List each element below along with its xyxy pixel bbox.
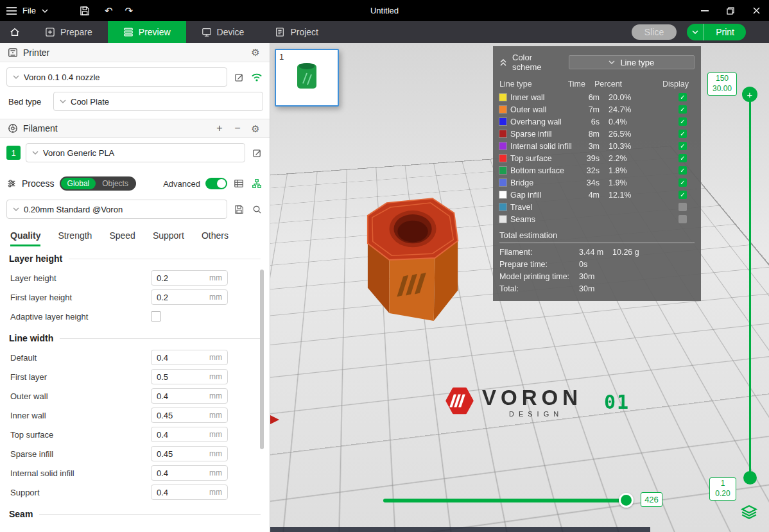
param-group-label: Line width [9,333,53,343]
model-render[interactable] [361,194,469,332]
add-filament-button[interactable]: + [213,122,226,135]
display-checkbox-inner-wall[interactable]: ✓ [678,93,687,101]
layer-height-input[interactable]: 0.2mm [151,270,228,286]
print-options-chevron-icon[interactable] [687,24,704,40]
device-icon [202,27,212,37]
bed-type-select[interactable]: Cool Plate [53,92,263,111]
display-checkbox-bridge[interactable]: ✓ [678,178,687,187]
minimize-button[interactable] [692,0,718,21]
printer-settings-button[interactable]: ⚙ [249,46,262,59]
edit-printer-icon[interactable] [232,71,245,83]
line-type-time: 32s [578,166,600,175]
process-tab-speed[interactable]: Speed [109,230,135,246]
filament-slot-badge[interactable]: 1 [6,146,21,160]
print-button[interactable]: Print [687,24,746,40]
view-mode-select[interactable]: Line type [569,55,695,69]
advanced-toggle[interactable] [205,178,227,189]
layers-view-icon[interactable] [741,504,757,520]
display-checkbox-top-surface[interactable]: ✓ [678,154,687,162]
process-tab-strength[interactable]: Strength [58,230,92,246]
param-label: Sparse infill [10,449,151,459]
plate-thumbnail[interactable]: 1 [275,49,339,107]
display-checkbox-outer-wall[interactable]: ✓ [678,105,687,114]
first-layer-height-input[interactable]: 0.2mm [151,289,228,305]
display-checkbox-overhang-wall[interactable]: ✓ [678,117,687,126]
process-preset-value: 0.20mm Standard @Voron [24,205,123,214]
first-layer-input[interactable]: 0.5mm [151,369,228,384]
adaptive-layer-height-checkbox[interactable] [151,311,161,322]
filament-icon [8,123,18,133]
printer-section-header: Printer ⚙ [0,43,270,62]
collapse-icon[interactable] [499,59,507,66]
save-preset-icon[interactable] [232,203,245,216]
bed-type-row: Bed type Cool Plate [6,92,263,111]
display-checkbox-sparse-infill[interactable]: ✓ [678,130,687,138]
printer-preset-select[interactable]: Voron 0.1 0.4 nozzle [6,67,227,87]
preview-icon [123,27,134,37]
process-tab-support[interactable]: Support [153,230,184,246]
line-type-percent: 20.0% [609,93,646,102]
tab-project[interactable]: Project [259,21,334,43]
outer-wall-input[interactable]: 0.4mm [151,388,228,404]
param-row: First layer height0.2mm [0,287,270,307]
maximize-button[interactable] [718,0,743,21]
tab-prepare[interactable]: Prepare [30,21,108,43]
param-value: 0.2 [157,273,168,283]
printer-icon [8,47,18,58]
close-button[interactable] [743,0,769,21]
viewport-3d[interactable]: 1 [270,43,769,532]
filament-preset-select[interactable]: Voron Generic PLA [26,143,245,162]
support-input[interactable]: 0.4mm [151,485,228,500]
save-icon[interactable] [80,6,90,16]
internal-solid-infill-input[interactable]: 0.4mm [151,465,228,481]
objects-settings-icon[interactable] [250,177,263,190]
remove-filament-button[interactable]: − [231,122,244,135]
filament-section-title: Filament [23,123,58,133]
display-checkbox-bottom-surface[interactable]: ✓ [678,166,687,175]
file-menu-chevron-icon[interactable] [42,9,48,13]
display-checkbox-travel[interactable] [678,203,687,211]
tab-device[interactable]: Device [186,21,260,43]
step-slider-track[interactable] [383,499,634,502]
app-window: File ↶ ↷ Untitled [0,0,769,532]
edit-filament-icon[interactable] [250,146,263,159]
menu-icon[interactable] [6,7,17,15]
chevron-down-icon [609,60,615,64]
tab-preview[interactable]: Preview [108,21,186,43]
layer-slider-track[interactable] [749,101,751,473]
home-button[interactable] [0,21,30,43]
process-tab-others[interactable]: Others [202,230,229,246]
default-input[interactable]: 0.4mm [151,350,228,365]
parameter-table-icon[interactable] [232,177,245,190]
top-surface-input[interactable]: 0.4mm [151,427,228,442]
settings-scrollbar[interactable] [260,270,264,449]
display-checkbox-internal-solid-infill[interactable]: ✓ [678,142,687,150]
redo-icon[interactable]: ↷ [125,6,134,15]
display-checkbox-seams[interactable] [678,215,687,223]
line-type-percent: 24.7% [609,105,646,114]
inner-wall-input[interactable]: 0.45mm [151,408,228,423]
param-label: Adaptive layer height [10,312,151,322]
slice-button[interactable]: Slice [632,24,677,40]
top-layer-height: 30.00 [713,84,732,94]
process-preset-select[interactable]: 0.20mm Standard @Voron [6,200,227,219]
scope-objects-button[interactable]: Objects [96,178,135,189]
process-tab-quality[interactable]: Quality [10,230,40,246]
printer-section-title: Printer [23,47,49,58]
step-slider-handle[interactable] [619,493,634,508]
bottom-layer-height: 0.20 [715,489,730,499]
layer-range-bottom-label: 1 0.20 [709,477,736,501]
voron-logo-subtext: DESIGN [509,410,582,418]
scope-global-button[interactable]: Global [61,178,96,189]
file-menu[interactable]: File [22,6,36,15]
display-checkbox-gap-infill[interactable]: ✓ [678,191,687,199]
layer-slider-bottom-handle[interactable] [743,471,757,485]
wifi-icon[interactable] [250,71,263,83]
layer-slider-top-handle[interactable]: + [742,87,757,102]
undo-icon[interactable]: ↶ [105,6,113,15]
swatch-gap-infill [499,191,506,198]
line-type-time: 7m [578,105,600,114]
filament-settings-button[interactable]: ⚙ [249,122,262,135]
sparse-infill-input[interactable]: 0.45mm [151,446,228,461]
search-params-icon[interactable] [250,203,263,216]
